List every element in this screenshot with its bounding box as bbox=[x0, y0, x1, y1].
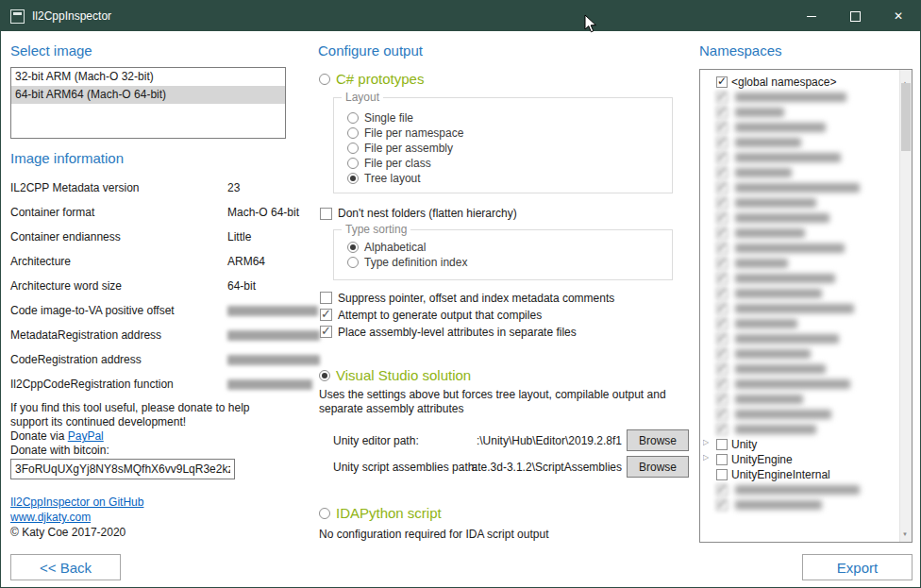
namespace-checkbox[interactable] bbox=[716, 409, 728, 420]
namespace-checkbox[interactable] bbox=[716, 288, 728, 299]
namespace-item[interactable] bbox=[703, 301, 898, 316]
namespace-item[interactable] bbox=[703, 346, 898, 361]
namespace-item[interactable]: UnityEngineInternal bbox=[703, 467, 898, 482]
info-label: Architecture word size bbox=[10, 279, 122, 293]
output-option-checkbox[interactable]: Suppress pointer, offset and index metad… bbox=[320, 292, 614, 304]
namespace-item[interactable] bbox=[703, 105, 898, 120]
namespace-item[interactable] bbox=[703, 241, 898, 256]
browse-assemblies-button[interactable]: Browse bbox=[627, 456, 689, 478]
namespace-checkbox[interactable] bbox=[716, 182, 728, 193]
namespace-item[interactable] bbox=[703, 407, 898, 422]
redacted-namespace bbox=[735, 259, 788, 268]
output-option-checkbox[interactable]: Place assembly-level attributes in separ… bbox=[320, 326, 614, 338]
dont-nest-checkbox[interactable]: Don't nest folders (flatten hierarchy) bbox=[320, 207, 517, 220]
namespace-checkbox[interactable] bbox=[716, 454, 728, 465]
paypal-link[interactable]: PayPal bbox=[68, 429, 104, 443]
namespace-item[interactable] bbox=[703, 90, 898, 105]
namespace-checkbox[interactable] bbox=[716, 258, 728, 269]
namespace-checkbox[interactable] bbox=[716, 137, 728, 148]
namespace-checkbox[interactable] bbox=[716, 167, 728, 178]
namespace-item[interactable] bbox=[703, 392, 898, 407]
namespace-item[interactable] bbox=[703, 377, 898, 392]
namespace-item[interactable]: Unity bbox=[703, 437, 898, 452]
namespace-checkbox[interactable] bbox=[716, 76, 728, 88]
output-option-checkbox[interactable]: Attempt to generate output that compiles bbox=[320, 309, 614, 321]
layout-option[interactable]: File per class bbox=[347, 156, 672, 171]
type-sorting-option[interactable]: Type definition index bbox=[347, 255, 672, 270]
layout-option[interactable]: File per namespace bbox=[347, 126, 672, 141]
namespace-checkbox[interactable] bbox=[716, 484, 728, 496]
namespace-checkbox[interactable] bbox=[716, 348, 728, 360]
namespace-item[interactable] bbox=[703, 210, 898, 226]
bitcoin-address-input[interactable] bbox=[10, 459, 235, 479]
redacted-namespace bbox=[735, 349, 811, 359]
idapython-radio[interactable]: IDAPython script bbox=[319, 505, 442, 521]
scroll-down-icon[interactable] bbox=[902, 523, 908, 540]
namespace-checkbox[interactable] bbox=[716, 197, 728, 209]
namespace-item[interactable] bbox=[703, 120, 898, 135]
unity-editor-path-value[interactable]: :\Unity\Hub\Editor\2019.2.8f1 bbox=[426, 434, 622, 448]
namespace-checkbox[interactable] bbox=[716, 92, 728, 103]
namespace-item[interactable] bbox=[703, 226, 898, 241]
namespace-item[interactable] bbox=[703, 271, 898, 286]
namespace-item[interactable] bbox=[703, 165, 898, 180]
namespace-item[interactable] bbox=[703, 497, 898, 512]
namespace-checkbox[interactable] bbox=[716, 107, 728, 118]
checkbox-icon bbox=[320, 309, 332, 321]
website-link[interactable]: www.djkaty.com bbox=[10, 511, 91, 524]
layout-option[interactable]: Tree layout bbox=[347, 171, 672, 186]
namespace-checkbox[interactable] bbox=[716, 243, 728, 254]
namespace-item[interactable] bbox=[703, 331, 898, 346]
info-row: Code image-to-VA positive offset bbox=[10, 299, 293, 324]
namespace-item[interactable] bbox=[703, 361, 898, 377]
image-listbox[interactable]: 32-bit ARM (Mach-O 32-bit) 64-bit ARM64 … bbox=[10, 67, 286, 139]
layout-option[interactable]: Single file bbox=[347, 110, 672, 126]
namespace-checkbox[interactable] bbox=[716, 363, 728, 375]
namespace-item[interactable] bbox=[703, 422, 898, 437]
namespace-item[interactable] bbox=[703, 256, 898, 271]
scrollbar-thumb[interactable] bbox=[901, 83, 911, 151]
namespace-item[interactable] bbox=[703, 195, 898, 210]
namespace-item[interactable] bbox=[703, 180, 898, 195]
back-button[interactable]: << Back bbox=[10, 554, 121, 580]
namespace-checkbox[interactable] bbox=[716, 318, 728, 329]
unity-assemblies-path-value[interactable]: ate.3d-3.1.2\ScriptAssemblies bbox=[426, 461, 622, 475]
scrollbar[interactable] bbox=[899, 70, 912, 542]
namespace-checkbox[interactable] bbox=[716, 303, 728, 314]
namespace-checkbox[interactable] bbox=[716, 424, 728, 435]
namespace-checkbox[interactable] bbox=[716, 378, 728, 390]
export-button-label: Export bbox=[837, 560, 878, 576]
image-list-item[interactable]: 32-bit ARM (Mach-O 32-bit) bbox=[11, 68, 285, 86]
namespace-item[interactable] bbox=[703, 150, 898, 165]
namespace-item[interactable] bbox=[703, 135, 898, 150]
csharp-prototypes-label: C# prototypes bbox=[336, 71, 424, 87]
namespace-item[interactable] bbox=[703, 286, 898, 301]
namespace-checkbox[interactable] bbox=[716, 439, 728, 450]
namespace-item[interactable] bbox=[703, 482, 898, 497]
namespace-item[interactable]: <global namespace> bbox=[703, 75, 898, 90]
minimize-button[interactable] bbox=[790, 1, 833, 31]
info-label: Architecture bbox=[10, 255, 71, 268]
github-link[interactable]: Il2CppInspector on GitHub bbox=[10, 496, 143, 509]
namespace-checkbox[interactable] bbox=[716, 333, 728, 344]
namespace-checkbox[interactable] bbox=[716, 122, 728, 133]
layout-option[interactable]: File per assembly bbox=[347, 141, 672, 156]
type-sorting-option[interactable]: Alphabetical bbox=[347, 240, 672, 255]
export-button[interactable]: Export bbox=[802, 554, 913, 580]
browse-editor-button[interactable]: Browse bbox=[627, 429, 689, 451]
namespace-checkbox[interactable] bbox=[716, 227, 728, 239]
namespace-checkbox[interactable] bbox=[716, 394, 728, 405]
layout-option-label: File per namespace bbox=[364, 126, 463, 140]
namespace-checkbox[interactable] bbox=[716, 152, 728, 163]
namespace-item[interactable] bbox=[703, 316, 898, 331]
maximize-button[interactable] bbox=[833, 1, 877, 31]
namespace-checkbox[interactable] bbox=[716, 212, 728, 224]
csharp-prototypes-radio[interactable]: C# prototypes bbox=[319, 71, 424, 87]
visual-studio-radio[interactable]: Visual Studio solution bbox=[319, 367, 471, 383]
close-button[interactable]: ✕ bbox=[877, 1, 920, 31]
namespace-item[interactable]: UnityEngine bbox=[703, 452, 898, 467]
namespace-checkbox[interactable] bbox=[716, 273, 728, 284]
namespace-checkbox[interactable] bbox=[716, 499, 728, 511]
namespace-checkbox[interactable] bbox=[716, 469, 728, 480]
image-list-item[interactable]: 64-bit ARM64 (Mach-O 64-bit) bbox=[11, 86, 285, 104]
